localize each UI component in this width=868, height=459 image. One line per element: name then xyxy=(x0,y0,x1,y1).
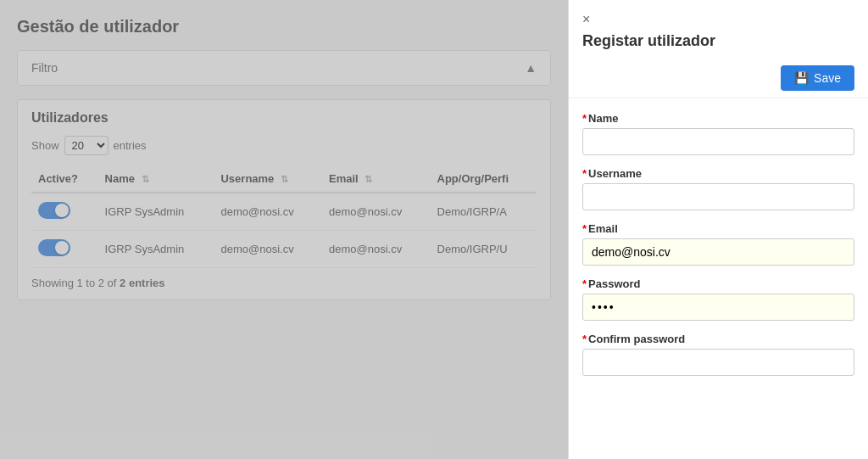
main-page: Gestão de utilizador Filtro ▲ Utilizador… xyxy=(0,0,568,459)
form-group-username: * Username xyxy=(582,167,854,210)
form-group-confirm-password: * Confirm password xyxy=(582,333,854,376)
table-header-row: Active? Name ⇅ Username ⇅ Email ⇅ App/Or… xyxy=(31,165,537,193)
filter-section[interactable]: Filtro ▲ xyxy=(17,50,551,86)
entries-select[interactable]: 20 50 100 xyxy=(64,136,108,155)
filter-label: Filtro xyxy=(31,61,58,75)
col-username[interactable]: Username ⇅ xyxy=(214,165,322,193)
cell-name-1: IGRP SysAdmin xyxy=(98,193,214,231)
cell-email-2: demo@nosi.cv xyxy=(322,231,431,268)
toggle-active-1[interactable] xyxy=(38,202,70,219)
password-label: * Password xyxy=(582,277,854,290)
col-email[interactable]: Email ⇅ xyxy=(322,165,431,193)
table-row: IGRP SysAdmin demo@nosi.cv demo@nosi.cv … xyxy=(31,231,537,268)
name-input[interactable] xyxy=(582,128,854,155)
sort-icon-email: ⇅ xyxy=(364,174,372,184)
required-star-email: * xyxy=(582,222,587,235)
form-group-name: * Name xyxy=(582,112,854,155)
cell-app-1: Demo/IGRP/A xyxy=(431,193,537,231)
cell-active-2 xyxy=(31,231,98,268)
username-input[interactable] xyxy=(582,183,854,210)
modal-close-button[interactable]: × xyxy=(582,12,590,27)
username-label: * Username xyxy=(582,167,854,180)
cell-username-2: demo@nosi.cv xyxy=(214,231,322,268)
modal-body: * Name * Username * Email * Passw xyxy=(569,98,868,389)
show-entries-control: Show 20 50 100 entries xyxy=(31,136,537,155)
users-table: Active? Name ⇅ Username ⇅ Email ⇅ App/Or… xyxy=(31,165,537,268)
save-icon: 💾 xyxy=(794,71,809,85)
col-app: App/Org/Perfi xyxy=(431,165,537,193)
showing-info: Showing 1 to 2 of 2 entries xyxy=(31,277,537,289)
confirm-password-input[interactable] xyxy=(582,349,854,376)
modal-header: × Registar utilizador xyxy=(569,0,868,59)
show-label: Show xyxy=(31,139,59,152)
required-star-password: * xyxy=(582,277,587,290)
users-section-title: Utilizadores xyxy=(31,110,537,126)
users-section: Utilizadores Show 20 50 100 entries Acti… xyxy=(17,99,551,300)
email-input[interactable] xyxy=(582,238,854,266)
sort-icon-name: ⇅ xyxy=(142,174,149,184)
modal-toolbar: 💾 Save xyxy=(569,59,868,98)
password-input[interactable] xyxy=(582,294,854,321)
form-group-email: * Email xyxy=(582,222,854,266)
save-label: Save xyxy=(814,71,841,85)
page-title: Gestão de utilizador xyxy=(17,17,551,36)
form-group-password: * Password xyxy=(582,277,854,321)
col-active: Active? xyxy=(31,165,98,193)
table-row: IGRP SysAdmin demo@nosi.cv demo@nosi.cv … xyxy=(31,193,537,231)
modal-panel: × Registar utilizador 💾 Save * Name * Us… xyxy=(568,0,868,459)
required-star-name: * xyxy=(582,112,587,125)
chevron-up-icon: ▲ xyxy=(525,61,537,75)
cell-username-1: demo@nosi.cv xyxy=(214,193,322,231)
cell-email-1: demo@nosi.cv xyxy=(322,193,431,231)
cell-name-2: IGRP SysAdmin xyxy=(98,231,214,268)
entries-label: entries xyxy=(114,139,147,152)
cell-active-1 xyxy=(31,193,98,231)
email-label: * Email xyxy=(582,222,854,235)
save-button[interactable]: 💾 Save xyxy=(781,65,854,91)
name-label: * Name xyxy=(582,112,854,125)
cell-app-2: Demo/IGRP/U xyxy=(431,231,537,268)
col-name[interactable]: Name ⇅ xyxy=(98,165,214,193)
required-star-username: * xyxy=(582,167,587,180)
sort-icon-username: ⇅ xyxy=(281,174,288,184)
required-star-confirm-password: * xyxy=(582,333,587,345)
toggle-active-2[interactable] xyxy=(38,239,70,256)
modal-title: Registar utilizador xyxy=(582,32,854,50)
confirm-password-label: * Confirm password xyxy=(582,333,854,345)
